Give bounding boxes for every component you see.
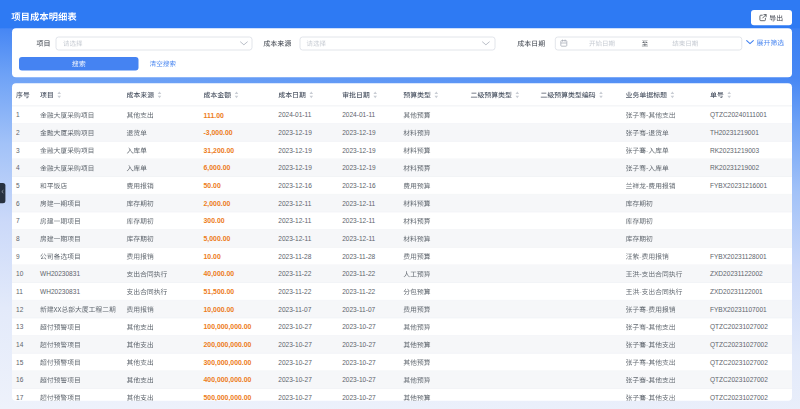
svg-text:4: 4 [16, 164, 20, 171]
svg-text:16: 16 [16, 376, 24, 383]
svg-text:40,000.00: 40,000.00 [204, 270, 235, 278]
svg-text:2023-10-27: 2023-10-27 [342, 394, 376, 401]
svg-text:2023-11-22: 2023-11-22 [342, 270, 375, 277]
svg-text:2023-11-22: 2023-11-22 [278, 288, 311, 295]
svg-text:2023-11-22: 2023-11-22 [342, 288, 375, 295]
svg-text:2023-12-19: 2023-12-19 [278, 147, 312, 154]
svg-text:5,000.00: 5,000.00 [204, 235, 231, 243]
svg-text:2023-10-27: 2023-10-27 [278, 394, 312, 401]
svg-text:2023-10-27: 2023-10-27 [278, 359, 312, 366]
svg-text:2,000.00: 2,000.00 [204, 200, 231, 208]
svg-text:10.00: 10.00 [204, 253, 221, 260]
svg-text:200,000,000.00: 200,000,000.00 [204, 341, 252, 349]
svg-text:2023-12-11: 2023-12-11 [278, 235, 311, 242]
svg-text:2023-12-19: 2023-12-19 [342, 164, 376, 171]
svg-text:2023-10-27: 2023-10-27 [278, 341, 312, 348]
svg-text:2023-12-11: 2023-12-11 [342, 217, 375, 224]
svg-text:2024-01-11: 2024-01-11 [278, 111, 311, 118]
svg-text:FYBX20231128001: FYBX20231128001 [710, 253, 767, 260]
svg-text:12: 12 [16, 306, 24, 313]
svg-text:2023-12-19: 2023-12-19 [342, 129, 376, 136]
svg-text:2023-10-27: 2023-10-27 [342, 323, 376, 330]
svg-text:2023-11-28: 2023-11-28 [278, 253, 311, 260]
svg-text:RK20231219003: RK20231219003 [710, 147, 760, 154]
svg-text:11: 11 [16, 288, 23, 295]
svg-text:2023-12-19: 2023-12-19 [278, 129, 312, 136]
svg-text:2023-12-11: 2023-12-11 [278, 217, 311, 224]
svg-text:2023-10-27: 2023-10-27 [278, 323, 312, 330]
svg-text:9: 9 [16, 253, 20, 260]
svg-text:7: 7 [16, 217, 20, 224]
svg-text:QTZC20231027002: QTZC20231027002 [710, 394, 768, 402]
svg-text:100,000,000.00: 100,000,000.00 [204, 323, 252, 331]
svg-text:2023-11-07: 2023-11-07 [278, 306, 311, 313]
svg-text:2023-11-22: 2023-11-22 [278, 270, 311, 277]
svg-text:1: 1 [16, 111, 20, 118]
svg-text:14: 14 [16, 341, 24, 348]
svg-text:RK20231219002: RK20231219002 [710, 164, 760, 171]
svg-text:2023-10-27: 2023-10-27 [342, 359, 376, 366]
svg-text:FYBX20231216001: FYBX20231216001 [710, 182, 768, 189]
svg-text:13: 13 [16, 323, 24, 330]
svg-text:QTZC20231027002: QTZC20231027002 [710, 323, 768, 331]
svg-text:ZXD20231122001: ZXD20231122001 [710, 288, 763, 295]
svg-text:TH20231219001: TH20231219001 [710, 129, 759, 136]
svg-text:2023-10-27: 2023-10-27 [342, 376, 376, 383]
svg-text:2023-10-27: 2023-10-27 [342, 341, 376, 348]
svg-text:2023-12-16: 2023-12-16 [342, 182, 376, 189]
svg-text:2023-12-16: 2023-12-16 [278, 182, 312, 189]
svg-text:QTZC20231027002: QTZC20231027002 [710, 376, 768, 384]
svg-text:8: 8 [16, 235, 20, 242]
svg-text:10,000.00: 10,000.00 [204, 306, 235, 314]
svg-text:-3,000.00: -3,000.00 [204, 129, 233, 137]
svg-text:2023-12-19: 2023-12-19 [278, 164, 312, 171]
svg-text:QTZC20231027002: QTZC20231027002 [710, 341, 768, 349]
svg-text:WH20230831: WH20230831 [40, 288, 80, 295]
svg-text:FYBX20231107001: FYBX20231107001 [710, 306, 767, 313]
svg-text:500,000,000.00: 500,000,000.00 [204, 394, 252, 402]
svg-text:2023-12-11: 2023-12-11 [342, 200, 375, 207]
svg-text:3: 3 [16, 147, 20, 154]
svg-text:50.00: 50.00 [204, 182, 221, 189]
svg-text:300,000,000.00: 300,000,000.00 [204, 359, 252, 367]
svg-text:6,000.00: 6,000.00 [204, 164, 231, 172]
svg-text:QTZC20240111001: QTZC20240111001 [710, 111, 767, 119]
svg-text:2023-12-11: 2023-12-11 [278, 200, 311, 207]
svg-text:2023-11-28: 2023-11-28 [342, 253, 375, 260]
svg-text:6: 6 [16, 200, 20, 207]
svg-text:ZXD20231122002: ZXD20231122002 [710, 270, 763, 277]
svg-text:400,000,000.00: 400,000,000.00 [204, 376, 252, 384]
svg-text:2: 2 [16, 129, 20, 136]
svg-text:2023-10-27: 2023-10-27 [278, 376, 312, 383]
svg-text:WH20230831: WH20230831 [40, 270, 80, 277]
svg-text:2023-12-19: 2023-12-19 [342, 147, 376, 154]
svg-text:51,500.00: 51,500.00 [204, 288, 235, 296]
svg-text:2024-01-11: 2024-01-11 [342, 111, 375, 118]
svg-text:5: 5 [16, 182, 20, 189]
svg-text:300.00: 300.00 [204, 217, 225, 224]
svg-text:15: 15 [16, 359, 24, 366]
svg-text:2023-11-07: 2023-11-07 [342, 306, 375, 313]
svg-text:10: 10 [16, 270, 24, 277]
svg-text:111.00: 111.00 [204, 112, 224, 119]
svg-text:QTZC20231027002: QTZC20231027002 [710, 359, 768, 367]
svg-text:17: 17 [16, 394, 24, 401]
svg-text:2023-12-11: 2023-12-11 [342, 235, 375, 242]
svg-text:31,200.00: 31,200.00 [204, 147, 235, 155]
